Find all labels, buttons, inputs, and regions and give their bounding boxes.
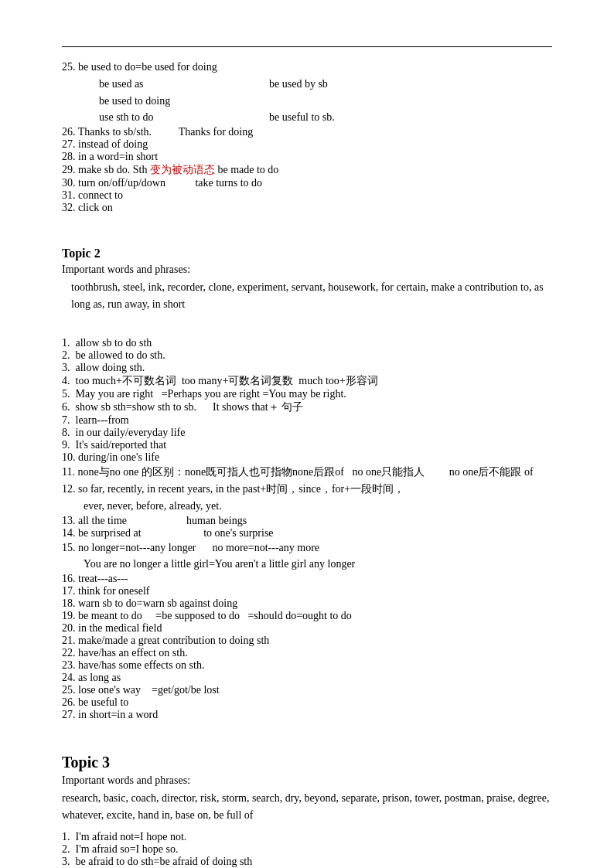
t2-item-18: 18. warn sb to do=warn sb against doing [62,597,552,610]
t2-item-27: 27. in short=in a word [62,709,552,721]
t2-item-5: 5. May you are right =Perhaps you are ri… [62,388,552,400]
t2-item-12: 12. so far, recently, in recent years, i… [62,481,552,514]
top-divider [62,46,552,47]
top-items-section: 25. be used to do=be used for doing be u… [62,61,552,214]
item-28: 28. in a word=in short [62,151,552,163]
t2-item-19: 19. be meant to do =be supposed to do =s… [62,610,552,622]
t2-item-11: 11. none与no one 的区别：none既可指人也可指物none后跟of… [62,464,552,481]
t2-item-14: 14. be surprised at to one's surprise [62,527,552,540]
t2-item-10: 10. during/in one's life [62,451,552,464]
t2-item-17: 17. think for oneself [62,585,552,597]
topic2-items: 1. allow sb to do sth 2. be allowed to d… [62,337,552,720]
item-26: 26. Thanks to sb/sth. Thanks for doing [62,126,552,138]
t2-item-25: 25. lose one's way =get/got/be lost [62,684,552,696]
t2-item-1: 1. allow sb to do sth [62,337,552,349]
t3-item-1: 1. I'm afraid not=I hope not. [62,831,552,843]
t2-item-21: 21. make/made a great contribution to do… [62,635,552,647]
t3-item-3: 3. be afraid to do sth=be afraid of doin… [62,856,552,868]
topic3-title: Topic 3 [62,754,552,771]
topic2-important-label: Important words and phrases: [62,264,552,276]
item-29: 29. make sb do. Sth 变为被动语态 be made to do [62,163,552,177]
t2-item-23: 23. have/has some effects on sth. [62,659,552,672]
t2-item-20: 20. in the medical field [62,622,552,635]
t2-item-15: 15. no longer=not---any longer no more=n… [62,540,552,573]
t2-item-24: 24. as long as [62,672,552,684]
t2-item-13: 13. all the time human beings [62,515,552,527]
t2-item-6: 6. show sb sth=show sth to sb. It shows … [62,400,552,414]
item-30: 30. turn on/off/up/down take turns to do [62,177,552,189]
t2-item-9: 9. It's said/reported that [62,439,552,451]
t2-item-2: 2. be allowed to do sth. [62,349,552,362]
item-31: 31. connect to [62,189,552,202]
t2-item-3: 3. allow doing sth. [62,362,552,374]
topic2-title: Topic 2 [62,247,552,260]
t3-item-2: 2. I'm afraid so=I hope so. [62,843,552,856]
topic2-section: Topic 2 Important words and phrases: too… [62,247,552,721]
t2-item-22: 22. have/has an effect on sth. [62,647,552,659]
t2-item-26: 26. be useful to [62,696,552,709]
topic2-words: toothbrush, steel, ink, recorder, clone,… [71,279,552,312]
topic3-words: research, basic, coach, director, risk, … [62,790,552,823]
t2-item-7: 7. learn---from [62,414,552,427]
item-25: 25. be used to do=be used for doing [62,61,552,73]
topic3-section: Topic 3 Important words and phrases: res… [62,754,552,868]
item-32: 32. click on [62,202,552,214]
t2-item-16: 16. treat---as--- [62,573,552,585]
topic3-important-label: Important words and phrases: [62,774,552,787]
t2-item-8: 8. in our daily/everyday life [62,427,552,439]
item-27: 27. instead of doing [62,138,552,151]
t2-item-4: 4. too much+不可数名词 too many+可数名词复数 much t… [62,374,552,388]
